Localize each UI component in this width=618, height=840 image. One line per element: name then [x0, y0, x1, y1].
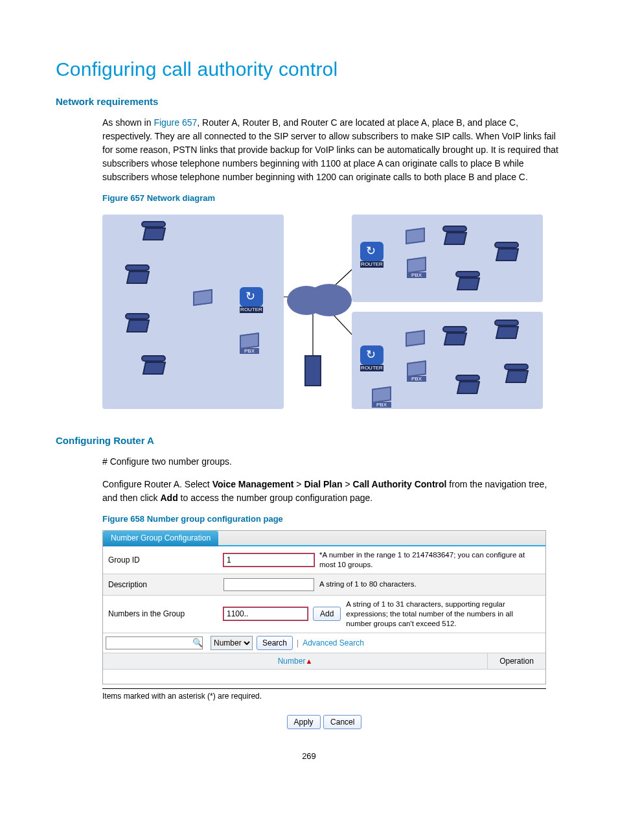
- row-numbers-in-group: Numbers in the Group Add A string of 1 t…: [103, 596, 545, 633]
- pbx-icon: [406, 228, 425, 244]
- router-label: ROUTER: [240, 307, 263, 313]
- section-heading-network-requirements: Network requirements: [56, 96, 562, 107]
- network-diagram: ROUTER PBX ROUTER PBX ROUTER PBX PBX: [102, 209, 546, 417]
- input-numbers-in-group[interactable]: [223, 607, 308, 620]
- page-number: 269: [56, 751, 562, 761]
- phone-icon: [442, 226, 468, 246]
- sort-arrow-icon: ▲: [305, 657, 312, 665]
- label-group-id: Group ID: [108, 555, 218, 565]
- figure-caption-657: Figure 657 Network diagram: [102, 193, 562, 203]
- text-fragment: to access the number group configuration…: [178, 493, 372, 503]
- config-step-2: Configure Router A. Select Voice Managem…: [56, 478, 562, 505]
- phone-icon: [125, 313, 151, 334]
- pbx-label: PBX: [407, 376, 426, 382]
- pbx-icon: [406, 330, 425, 347]
- pbx-icon: [372, 386, 391, 403]
- figure-link-657[interactable]: Figure 657: [154, 117, 197, 128]
- search-icon: 🔍: [192, 636, 203, 649]
- router-label: ROUTER: [360, 365, 383, 371]
- text-fragment: >: [293, 479, 304, 489]
- config-step-1: # Configure two number groups.: [56, 455, 562, 469]
- nav-dial-plan: Dial Plan: [304, 479, 342, 489]
- pbx-icon: [407, 360, 426, 377]
- nav-voice-management: Voice Management: [212, 479, 294, 489]
- label-description: Description: [108, 580, 218, 589]
- search-row: 🔍 Number Search | Advanced Search: [103, 633, 545, 653]
- row-description: Description A string of 1 to 80 characte…: [103, 574, 545, 596]
- apply-button[interactable]: Apply: [287, 715, 321, 729]
- pbx-label: PBX: [372, 402, 391, 408]
- pbx-icon: [240, 332, 259, 349]
- action-row: Apply Cancel: [102, 708, 546, 732]
- search-button[interactable]: Search: [257, 636, 293, 650]
- cloud-icon: [287, 281, 352, 316]
- results-empty-row: [103, 670, 545, 684]
- network-requirements-paragraph: As shown in Figure 657, Router A, Router…: [56, 116, 562, 184]
- label-numbers-in-group: Numbers in the Group: [108, 609, 218, 618]
- number-group-config-panel: Number Group Configuration Group ID *A n…: [102, 530, 546, 684]
- pbx-icon: [407, 257, 426, 274]
- cancel-button[interactable]: Cancel: [323, 715, 361, 729]
- input-group-id[interactable]: [223, 554, 314, 566]
- search-input[interactable]: [106, 636, 203, 649]
- phone-icon: [141, 355, 167, 376]
- phone-icon: [494, 242, 520, 262]
- help-group-id: *A number in the range 1 to 2147483647; …: [319, 550, 540, 570]
- required-footnote: Items marked with an asterisk (*) are re…: [102, 688, 546, 701]
- advanced-search-link[interactable]: Advanced Search: [303, 638, 364, 648]
- tab-bar: Number Group Configuration: [103, 531, 545, 546]
- pbx-label: PBX: [240, 348, 259, 354]
- phone-icon: [125, 264, 151, 285]
- section-heading-configuring-router-a: Configuring Router A: [56, 435, 562, 446]
- figure-caption-658: Figure 658 Number group configuration pa…: [102, 514, 562, 524]
- column-number[interactable]: Number▲: [103, 653, 487, 669]
- router-icon: [360, 345, 383, 365]
- page-title: Configuring call authority control: [56, 58, 562, 80]
- phone-icon: [504, 364, 530, 384]
- phone-icon: [494, 320, 520, 340]
- help-numbers-in-group: A string of 1 to 31 characters, supporti…: [346, 600, 540, 629]
- text-fragment: >: [343, 479, 353, 489]
- tab-number-group-configuration[interactable]: Number Group Configuration: [103, 531, 218, 546]
- phone-icon: [442, 326, 468, 347]
- add-label: Add: [161, 493, 178, 503]
- search-field-select[interactable]: Number: [211, 636, 253, 650]
- nav-call-authority-control: Call Authority Control: [353, 479, 447, 489]
- router-icon: [240, 287, 263, 307]
- text-fragment: Configure Router A. Select: [102, 479, 212, 489]
- text-fragment: As shown in: [102, 117, 154, 128]
- column-operation: Operation: [487, 653, 545, 669]
- phone-icon: [455, 375, 481, 395]
- phone-icon: [141, 221, 167, 242]
- router-label: ROUTER: [360, 261, 383, 268]
- results-header: Number▲ Operation: [103, 653, 545, 670]
- router-icon: [360, 242, 383, 261]
- input-description[interactable]: [223, 578, 314, 591]
- pbx-icon: [193, 289, 212, 306]
- add-number-button[interactable]: Add: [313, 607, 341, 621]
- row-group-id: Group ID *A number in the range 1 to 214…: [103, 546, 545, 574]
- help-description: A string of 1 to 80 characters.: [319, 579, 540, 589]
- pbx-label: PBX: [407, 272, 426, 278]
- server-icon: [304, 355, 321, 386]
- phone-icon: [455, 271, 481, 292]
